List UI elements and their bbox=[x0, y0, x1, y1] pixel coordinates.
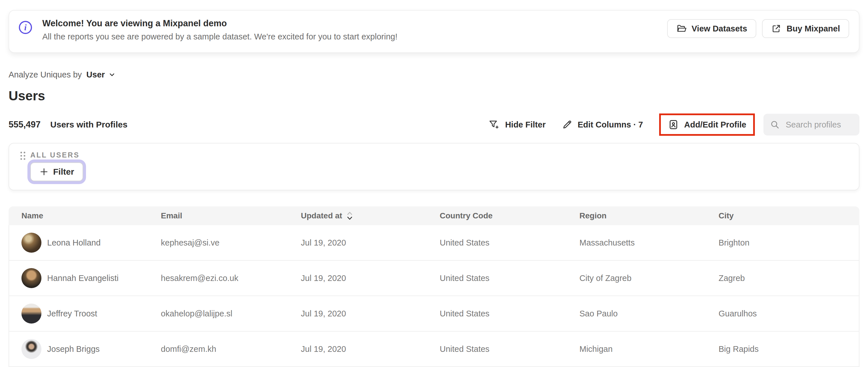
analyze-by-dropdown[interactable]: User bbox=[86, 70, 105, 80]
column-header-region[interactable]: Region bbox=[580, 211, 719, 220]
add-filter-button[interactable]: Filter bbox=[30, 162, 83, 181]
column-header-email[interactable]: Email bbox=[161, 211, 301, 220]
sort-icon[interactable] bbox=[346, 211, 353, 221]
cell-name: Joseph Briggs bbox=[47, 344, 100, 354]
view-datasets-label: View Datasets bbox=[692, 24, 747, 33]
cell-city: Brighton bbox=[719, 238, 859, 247]
edit-columns-button[interactable]: Edit Columns · 7 bbox=[562, 119, 643, 130]
welcome-banner: i Welcome! You are viewing a Mixpanel de… bbox=[8, 10, 860, 53]
cell-email: hesakrem@ezi.co.uk bbox=[161, 274, 301, 283]
funnel-plus-icon bbox=[489, 119, 500, 130]
all-users-filter-card: ALL USERS Filter bbox=[8, 143, 860, 190]
all-users-label: ALL USERS bbox=[30, 151, 80, 159]
table-row[interactable]: Jeffrey Troost okahelop@lalijpe.sl Jul 1… bbox=[9, 296, 859, 332]
buy-mixpanel-label: Buy Mixpanel bbox=[786, 24, 840, 33]
cell-name: Hannah Evangelisti bbox=[47, 274, 119, 283]
column-header-name[interactable]: Name bbox=[22, 211, 161, 220]
profile-badge-icon bbox=[668, 119, 679, 130]
avatar bbox=[22, 233, 41, 253]
add-edit-profile-highlight: Add/Edit Profile bbox=[659, 114, 755, 136]
cell-region: Massachusetts bbox=[580, 238, 719, 247]
avatar bbox=[22, 339, 41, 359]
hide-filter-label: Hide Filter bbox=[505, 120, 546, 129]
cell-email: kephesaj@si.ve bbox=[161, 238, 301, 247]
view-datasets-button[interactable]: View Datasets bbox=[667, 19, 756, 38]
add-filter-label: Filter bbox=[53, 167, 74, 177]
hide-filter-button[interactable]: Hide Filter bbox=[489, 119, 546, 130]
table-row[interactable]: Joseph Briggs domfi@zem.kh Jul 19, 2020 … bbox=[9, 332, 859, 367]
column-header-city[interactable]: City bbox=[719, 211, 860, 220]
drag-handle-icon[interactable] bbox=[20, 151, 26, 161]
cell-city: Big Rapids bbox=[719, 344, 859, 354]
profiles-count-label: Users with Profiles bbox=[50, 120, 127, 129]
cell-region: City of Zagreb bbox=[580, 274, 719, 283]
analyze-uniques-label: Analyze Uniques by bbox=[8, 70, 82, 80]
cell-email: domfi@zem.kh bbox=[161, 344, 301, 354]
table-body: Leona Holland kephesaj@si.ve Jul 19, 202… bbox=[8, 225, 860, 367]
column-header-updated-at[interactable]: Updated at bbox=[301, 211, 440, 221]
banner-title: Welcome! You are viewing a Mixpanel demo bbox=[42, 18, 397, 29]
profiles-count: 555,497 bbox=[8, 120, 40, 130]
cell-updated-at: Jul 19, 2020 bbox=[301, 309, 440, 318]
cell-city: Guarulhos bbox=[719, 309, 859, 318]
add-edit-profile-label: Add/Edit Profile bbox=[684, 120, 747, 129]
search-icon bbox=[770, 120, 780, 130]
cell-country-code: United States bbox=[440, 344, 580, 354]
buy-mixpanel-button[interactable]: Buy Mixpanel bbox=[762, 19, 849, 38]
search-profiles-box[interactable] bbox=[764, 114, 860, 135]
table-header-row: Name Email Updated at Country Code Regio… bbox=[8, 206, 860, 225]
chevron-down-icon[interactable] bbox=[108, 71, 116, 78]
pencil-icon bbox=[562, 119, 572, 130]
add-edit-profile-button[interactable]: Add/Edit Profile bbox=[668, 119, 747, 130]
cell-country-code: United States bbox=[440, 238, 580, 247]
analyze-uniques-by: Analyze Uniques by User bbox=[8, 68, 116, 81]
page-title: Users bbox=[8, 88, 45, 103]
cell-updated-at: Jul 19, 2020 bbox=[301, 344, 440, 354]
table-row[interactable]: Hannah Evangelisti hesakrem@ezi.co.uk Ju… bbox=[9, 261, 859, 296]
avatar bbox=[22, 268, 41, 288]
cell-region: Michigan bbox=[580, 344, 719, 354]
cell-updated-at: Jul 19, 2020 bbox=[301, 238, 440, 247]
cell-updated-at: Jul 19, 2020 bbox=[301, 274, 440, 283]
cell-country-code: United States bbox=[440, 274, 580, 283]
table-row[interactable]: Leona Holland kephesaj@si.ve Jul 19, 202… bbox=[9, 225, 859, 261]
users-table: Name Email Updated at Country Code Regio… bbox=[8, 206, 860, 367]
cell-name: Jeffrey Troost bbox=[47, 309, 97, 318]
profiles-count-row: 555,497 Users with Profiles bbox=[8, 114, 127, 136]
folder-icon bbox=[676, 24, 687, 34]
banner-subtitle: All the reports you see are powered by a… bbox=[42, 32, 397, 41]
table-toolbar: Hide Filter Edit Columns · 7 Add/Edit Pr… bbox=[489, 114, 860, 136]
cell-name: Leona Holland bbox=[47, 238, 100, 247]
search-profiles-input[interactable] bbox=[785, 120, 853, 130]
cell-email: okahelop@lalijpe.sl bbox=[161, 309, 301, 318]
cell-city: Zagreb bbox=[719, 274, 859, 283]
info-icon: i bbox=[19, 21, 32, 34]
plus-icon bbox=[39, 167, 49, 176]
avatar bbox=[22, 304, 41, 324]
column-header-country-code[interactable]: Country Code bbox=[440, 211, 580, 220]
cell-country-code: United States bbox=[440, 309, 580, 318]
edit-columns-label: Edit Columns · 7 bbox=[578, 120, 643, 129]
cell-region: Sao Paulo bbox=[580, 309, 719, 318]
external-link-icon bbox=[771, 24, 781, 34]
